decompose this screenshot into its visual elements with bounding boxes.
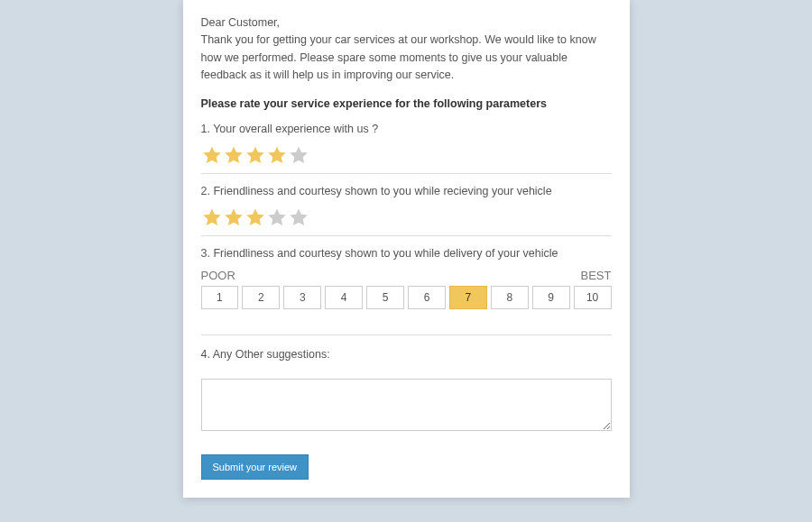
star-icon[interactable] [201,206,223,228]
divider [201,334,612,335]
question-3-scale: 12345678910 [201,286,612,309]
star-icon[interactable] [245,144,266,166]
suggestions-textarea[interactable] [201,379,612,431]
question-2-stars [201,206,612,228]
scale-option-1[interactable]: 1 [201,286,239,309]
star-icon[interactable] [245,206,266,228]
intro-text: Dear Customer, Thank you for getting you… [201,14,612,85]
intro-body: Thank you for getting your car services … [201,33,596,81]
scale-labels: POOR BEST [201,269,612,282]
scale-min-label: POOR [201,269,235,282]
question-3-label: 3. Friendliness and courtesy shown to yo… [201,247,612,260]
scale-option-7[interactable]: 7 [449,286,487,309]
question-4-label: 4. Any Other suggestions: [201,348,612,361]
star-icon[interactable] [223,144,245,166]
question-1-label: 1. Your overall experience with us ? [201,123,612,135]
scale-option-2[interactable]: 2 [242,286,280,309]
scale-option-10[interactable]: 10 [574,286,612,309]
submit-button[interactable]: Submit your review [201,454,309,480]
feedback-form-card: Dear Customer, Thank you for getting you… [183,0,630,498]
star-icon[interactable] [223,206,245,228]
divider [201,173,612,174]
star-icon[interactable] [266,206,288,228]
scale-option-8[interactable]: 8 [491,286,529,309]
scale-option-3[interactable]: 3 [283,286,321,309]
question-2-label: 2. Friendliness and courtesy shown to yo… [201,185,612,197]
divider [201,235,612,236]
scale-max-label: BEST [581,269,612,282]
scale-option-6[interactable]: 6 [408,286,446,309]
greeting: Dear Customer, [201,16,281,29]
question-1-stars [201,144,612,166]
star-icon[interactable] [201,144,223,166]
star-icon[interactable] [288,144,309,166]
star-icon[interactable] [266,144,288,166]
scale-option-4[interactable]: 4 [325,286,363,309]
scale-option-9[interactable]: 9 [532,286,570,309]
section-heading: Please rate your service experience for … [201,97,612,110]
scale-option-5[interactable]: 5 [366,286,404,309]
star-icon[interactable] [288,206,309,228]
